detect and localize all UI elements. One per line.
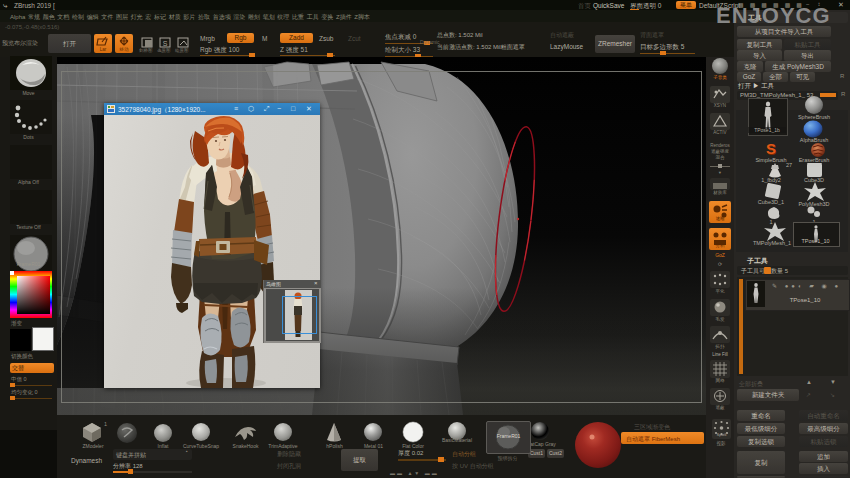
svg-text:Lar: Lar bbox=[100, 47, 107, 52]
svg-text:移动: 移动 bbox=[119, 47, 130, 52]
svg-text:S: S bbox=[163, 40, 168, 47]
